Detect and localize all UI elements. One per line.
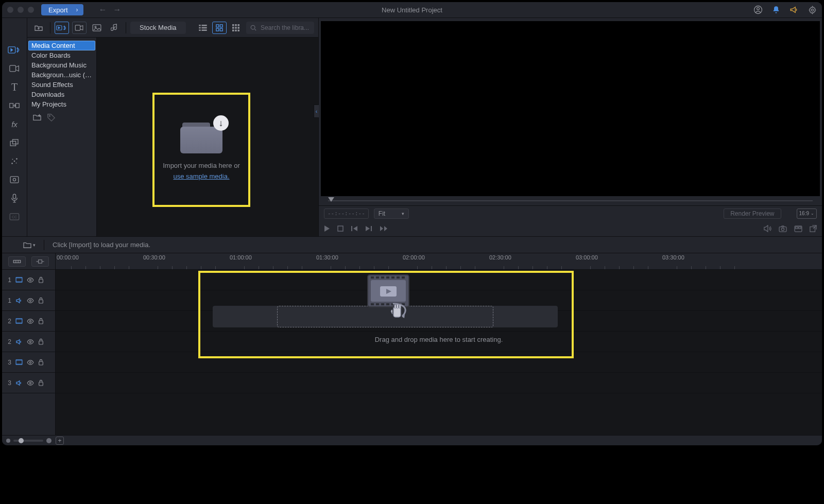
rail-video-icon[interactable] — [7, 62, 22, 75]
svg-point-64 — [29, 341, 31, 342]
library-search[interactable] — [246, 22, 314, 34]
view-grid-icon[interactable] — [212, 22, 227, 34]
eye-icon[interactable] — [27, 360, 34, 365]
lock-icon[interactable] — [38, 318, 44, 324]
rail-particle-icon[interactable] — [7, 155, 22, 167]
new-folder-icon[interactable] — [32, 113, 42, 121]
timecode-display[interactable]: --:--:--:-- — [324, 208, 369, 219]
svg-rect-40 — [235, 29, 237, 31]
eye-icon[interactable] — [27, 277, 34, 283]
tree-item[interactable]: My Projects — [28, 99, 95, 109]
search-input[interactable] — [260, 24, 310, 32]
tree-item[interactable]: Color Boards — [28, 50, 95, 60]
tree-item[interactable]: Backgroun...usic (Meta) — [28, 70, 95, 80]
tree-item[interactable]: Background Music — [28, 60, 95, 70]
bell-icon[interactable] — [772, 6, 780, 14]
prev-frame-icon[interactable] — [351, 225, 358, 232]
track-row[interactable] — [56, 373, 822, 393]
zoom-dot[interactable] — [28, 7, 34, 13]
track-mode-b-icon[interactable] — [31, 256, 49, 267]
collapse-tree-handle[interactable]: ‹ — [314, 105, 319, 118]
play-icon[interactable] — [324, 225, 330, 232]
playhead-icon[interactable] — [328, 197, 334, 202]
tag-icon[interactable] — [47, 113, 55, 121]
filter-audio-icon[interactable] — [107, 22, 122, 34]
svg-rect-86 — [386, 303, 389, 305]
lock-icon[interactable] — [38, 359, 44, 366]
sample-media-link[interactable]: use sample media. — [173, 172, 229, 180]
rail-cc-icon[interactable]: CC — [7, 211, 22, 223]
track-row[interactable] — [56, 270, 822, 290]
filter-video-icon[interactable] — [72, 22, 87, 34]
project-folder-button[interactable]: ▾ — [23, 241, 36, 249]
volume-icon[interactable] — [763, 225, 771, 232]
snapshot-icon[interactable] — [779, 225, 787, 232]
eye-icon[interactable] — [27, 298, 34, 303]
view-tiles-icon[interactable] — [229, 22, 243, 34]
lock-icon[interactable] — [38, 379, 44, 386]
rail-mic-icon[interactable] — [7, 192, 22, 204]
time-ruler[interactable]: 00:00:0000:30:0001:00:0001:30:0002:00:00… — [56, 253, 822, 270]
track-header[interactable]: 1 — [2, 290, 55, 311]
gear-icon[interactable] — [808, 6, 817, 14]
timeline-panel: ▾ Click [Import] to load your media. — [2, 237, 822, 445]
fast-forward-icon[interactable] — [380, 225, 388, 232]
tree-item[interactable]: Media Content — [28, 41, 95, 50]
eye-icon[interactable] — [27, 339, 34, 344]
render-preview-button[interactable]: Render Preview — [724, 208, 781, 219]
minimize-dot[interactable] — [18, 7, 24, 13]
close-dot[interactable] — [7, 7, 13, 13]
lock-icon[interactable] — [38, 297, 44, 304]
zoom-slider[interactable] — [6, 438, 52, 443]
stop-icon[interactable] — [337, 225, 344, 232]
next-frame-icon[interactable] — [365, 225, 372, 232]
track-header[interactable]: 3 — [2, 352, 55, 373]
svg-point-46 — [781, 228, 784, 230]
rail-fx-icon[interactable]: fx — [7, 118, 22, 130]
svg-rect-32 — [220, 28, 222, 31]
user-icon[interactable] — [753, 5, 763, 14]
preview-canvas[interactable] — [321, 21, 820, 196]
track-header[interactable]: 2 — [2, 332, 55, 352]
view-list-icon[interactable] — [196, 22, 210, 34]
aspect-select[interactable]: 16:9 ⌄ — [797, 208, 817, 219]
scrub-bar[interactable] — [321, 196, 820, 205]
back-icon[interactable]: ← — [99, 5, 107, 14]
svg-rect-30 — [220, 24, 222, 27]
track-mode-a-icon[interactable] — [8, 256, 26, 267]
rail-transition-icon[interactable] — [7, 99, 22, 112]
track-header[interactable]: 2 — [2, 311, 55, 332]
filter-image-icon[interactable] — [90, 22, 104, 34]
track-header[interactable]: 1 — [2, 270, 55, 290]
folder-import-icon[interactable]: ↓ — [180, 119, 222, 153]
zoom-fit-select[interactable]: Fit ▾ — [374, 208, 409, 219]
export-button[interactable]: Export › — [41, 4, 83, 15]
megaphone-icon[interactable] — [789, 6, 799, 14]
import-button[interactable] — [31, 22, 46, 34]
export-label: Export — [48, 6, 68, 14]
eye-icon[interactable] — [27, 380, 34, 386]
library-content[interactable]: ↓ Import your media here or use sample m… — [97, 38, 318, 236]
forward-icon[interactable]: → — [113, 5, 122, 14]
window-controls[interactable] — [7, 7, 34, 13]
lock-icon[interactable] — [38, 338, 44, 345]
rail-media-icon[interactable] — [7, 44, 22, 56]
svg-point-9 — [11, 163, 13, 164]
rail-overlay-icon[interactable] — [7, 136, 22, 149]
add-icon[interactable]: + — [56, 437, 64, 445]
lock-icon[interactable] — [38, 276, 44, 283]
svg-rect-61 — [16, 322, 22, 323]
tree-item[interactable]: Sound Effects — [28, 80, 95, 90]
track-row[interactable] — [56, 352, 822, 373]
tree-item[interactable]: Downloads — [28, 90, 95, 99]
gallery-icon[interactable] — [794, 225, 802, 232]
rail-lut-icon[interactable] — [7, 173, 22, 186]
svg-rect-81 — [397, 276, 400, 279]
filter-av-icon[interactable] — [55, 22, 69, 34]
timeline-canvas[interactable]: 00:00:0000:30:0001:00:0001:30:0002:00:00… — [56, 253, 822, 435]
popout-icon[interactable] — [810, 225, 817, 232]
stock-media-button[interactable]: Stock Media — [130, 22, 186, 34]
eye-icon[interactable] — [27, 319, 34, 324]
rail-title-icon[interactable]: T — [7, 81, 22, 93]
track-header[interactable]: 3 — [2, 373, 55, 393]
